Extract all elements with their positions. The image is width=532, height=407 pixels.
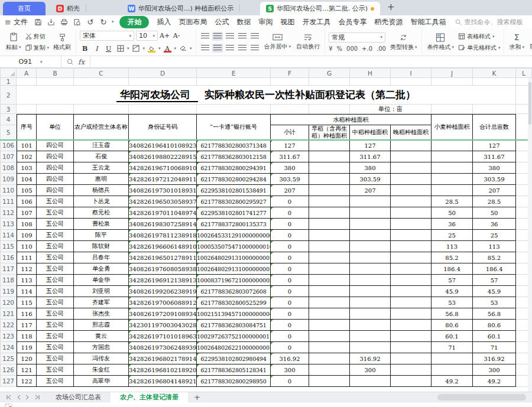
undo-button[interactable]: ↺ bbox=[86, 18, 95, 27]
row-header-108[interactable]: 108 bbox=[0, 162, 17, 174]
cell-wheat[interactable] bbox=[432, 185, 473, 196]
cell-id[interactable]: 340826197306248939 bbox=[129, 342, 197, 353]
conditional-format-button[interactable]: 条件格式▾ bbox=[426, 33, 455, 51]
header-total[interactable]: 合计总亩数 bbox=[473, 114, 516, 140]
menu-item-3[interactable]: 公式 bbox=[215, 17, 229, 27]
cell-late[interactable] bbox=[391, 196, 432, 207]
sum-button[interactable]: Σ 求和▾ bbox=[508, 32, 525, 51]
cell-unit[interactable]: 四公司 bbox=[37, 140, 74, 151]
print-button[interactable] bbox=[60, 18, 69, 27]
cell-seq[interactable]: 111 bbox=[17, 252, 37, 263]
cell-wheat[interactable]: 28.5 bbox=[432, 196, 473, 207]
cell-early[interactable] bbox=[309, 219, 350, 230]
cell-bank[interactable]: 6229538102802980494 bbox=[197, 353, 271, 364]
cell-late[interactable] bbox=[391, 331, 432, 342]
cell-seq[interactable]: 118 bbox=[17, 331, 37, 342]
vertical-scrollbar-thumb[interactable] bbox=[528, 82, 531, 125]
row-header-1[interactable]: 1 bbox=[0, 78, 17, 86]
cell-unit[interactable]: 四公司 bbox=[37, 151, 74, 162]
cell-bank[interactable]: 6217788362803072608 bbox=[197, 286, 271, 297]
cell-late[interactable] bbox=[391, 140, 432, 151]
cell-early[interactable] bbox=[309, 252, 350, 263]
cell-name[interactable]: 方国忠 bbox=[74, 342, 129, 353]
cell-seq[interactable]: 106 bbox=[17, 196, 37, 207]
cell-mid[interactable]: 300 bbox=[350, 364, 391, 376]
cell-total[interactable]: 127 bbox=[473, 140, 516, 151]
cell-bank[interactable]: 6217788372800135373 bbox=[197, 219, 271, 230]
wrap-text-button[interactable]: 自动换行 bbox=[295, 33, 321, 51]
menu-item-6[interactable]: 视图 bbox=[280, 17, 294, 27]
row-header-123[interactable]: 123 bbox=[0, 331, 17, 342]
cell-unit[interactable]: 四公司 bbox=[37, 185, 74, 196]
cell-wheat[interactable] bbox=[432, 353, 473, 364]
cell-name[interactable]: 石俊 bbox=[74, 151, 129, 162]
select-all-corner[interactable] bbox=[0, 68, 17, 78]
align-center-icon[interactable] bbox=[212, 44, 223, 53]
cell-name[interactable]: 邢志霞 bbox=[74, 320, 129, 331]
cell-id[interactable]: 342826196810218920 bbox=[129, 364, 197, 376]
cell-mid[interactable] bbox=[350, 219, 391, 230]
cell-wheat[interactable] bbox=[432, 151, 473, 162]
cell-id[interactable]: 342826197212048911 bbox=[129, 174, 197, 185]
cell-total[interactable]: 85.2 bbox=[473, 252, 516, 263]
menu-item-9[interactable]: 稻壳资源 bbox=[374, 17, 403, 27]
cell-mid[interactable] bbox=[350, 252, 391, 263]
cell-subtotal[interactable]: 127 bbox=[271, 140, 309, 151]
cell-wheat[interactable]: 25 bbox=[432, 230, 473, 241]
cell-total[interactable]: 36 bbox=[473, 219, 516, 230]
cell-total[interactable]: 25 bbox=[473, 230, 516, 241]
cell-id[interactable]: 342826196804148921 bbox=[129, 376, 197, 387]
row-header-4[interactable]: 4 bbox=[0, 114, 17, 125]
cell-total[interactable]: 45.9 bbox=[473, 286, 516, 297]
row-header-118[interactable]: 118 bbox=[0, 275, 17, 286]
cell-subtotal[interactable]: 380 bbox=[271, 162, 309, 174]
row-header-107[interactable]: 107 bbox=[0, 151, 17, 162]
cell-late[interactable] bbox=[391, 286, 432, 297]
cell-wheat[interactable]: 53 bbox=[432, 297, 473, 308]
horizontal-scrollbar-thumb[interactable] bbox=[437, 394, 526, 401]
cell-subtotal[interactable]: 0 bbox=[271, 275, 309, 286]
cell-late[interactable] bbox=[391, 162, 432, 174]
fx-icon[interactable]: fx bbox=[78, 58, 85, 66]
borders-button[interactable] bbox=[115, 44, 125, 53]
row-header-115[interactable]: 115 bbox=[0, 241, 17, 252]
menu-item-0[interactable]: 开始 bbox=[119, 16, 149, 28]
cell-mid[interactable]: 311.67 bbox=[350, 151, 391, 162]
cell-id[interactable]: 342826196802178914 bbox=[129, 353, 197, 364]
cell-bank[interactable]: 10021513945710000000049 bbox=[197, 308, 271, 320]
tab-home[interactable]: 首页 bbox=[3, 2, 46, 15]
cell-name[interactable]: 王云龙 bbox=[74, 162, 129, 174]
cell-unit[interactable]: 五公司 bbox=[37, 230, 74, 241]
column-header-D[interactable]: D bbox=[129, 68, 197, 78]
row-header-111[interactable]: 111 bbox=[0, 196, 17, 207]
row-header-114[interactable]: 114 bbox=[0, 230, 17, 241]
menu-item-10[interactable]: 智能工具箱 bbox=[410, 17, 446, 27]
column-header-E[interactable]: E bbox=[197, 68, 271, 78]
name-box[interactable]: O91 ▾ bbox=[0, 56, 61, 67]
cell-wheat[interactable]: 49.2 bbox=[432, 376, 473, 387]
cell-early[interactable] bbox=[309, 174, 350, 185]
menu-item-1[interactable]: 插入 bbox=[157, 17, 171, 27]
cell-id[interactable]: 342826196501278911 bbox=[129, 252, 197, 263]
column-header-J[interactable]: J bbox=[432, 68, 473, 78]
cell-wheat[interactable] bbox=[432, 140, 473, 151]
cell-unit[interactable]: 五公司 bbox=[37, 252, 74, 263]
cell-name[interactable]: 卜丛龙 bbox=[74, 196, 129, 207]
prev-sheet-icon[interactable] bbox=[17, 395, 21, 400]
cell-seq[interactable]: 107 bbox=[17, 207, 37, 219]
redo-button[interactable]: ↻ bbox=[99, 18, 108, 27]
cell[interactable] bbox=[74, 105, 129, 114]
cell-unit[interactable]: 五公司 bbox=[37, 320, 74, 331]
menu-item-5[interactable]: 审阅 bbox=[258, 17, 273, 27]
cell-unit[interactable]: 五公司 bbox=[37, 207, 74, 219]
header-unit[interactable]: 单位 bbox=[37, 114, 74, 140]
cell-mid[interactable] bbox=[350, 275, 391, 286]
cell-subtotal[interactable]: 0 bbox=[271, 320, 309, 331]
cell-late[interactable] bbox=[391, 308, 432, 320]
cell-seq[interactable]: 122 bbox=[17, 376, 37, 387]
cell-total[interactable]: 53 bbox=[473, 297, 516, 308]
cell-bank[interactable]: 10026480291310000000016 bbox=[197, 263, 271, 275]
cell-subtotal[interactable]: 0 bbox=[271, 331, 309, 342]
table-style-button[interactable]: 表格样式▾ bbox=[458, 32, 501, 41]
cell-unit[interactable]: 五公司 bbox=[37, 286, 74, 297]
